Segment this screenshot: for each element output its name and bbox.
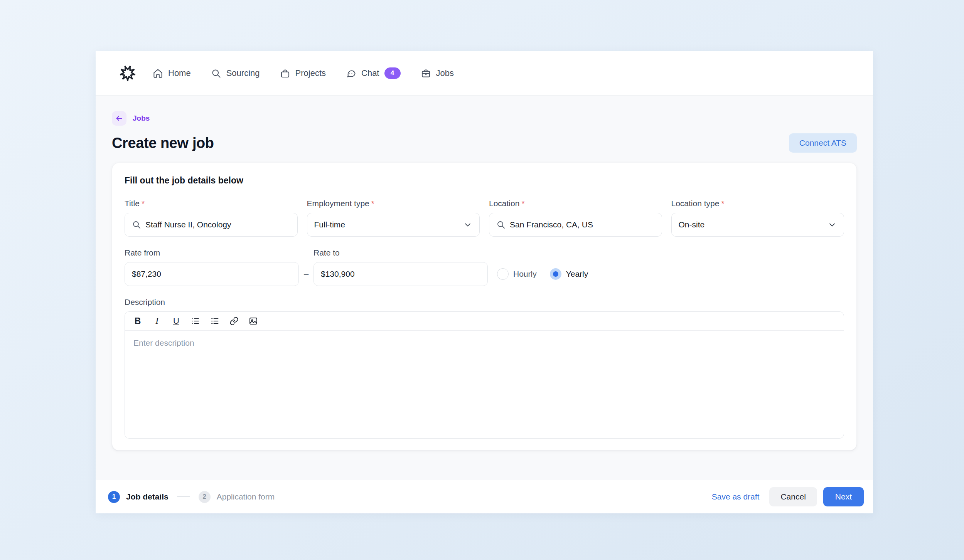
nav-item-jobs[interactable]: Jobs	[421, 68, 454, 79]
rate-separator: –	[299, 262, 313, 286]
fields-row-1: Title *	[125, 199, 844, 237]
link-button[interactable]	[229, 316, 239, 326]
ordered-list-button[interactable]	[210, 316, 220, 326]
rate-to-label: Rate to	[313, 248, 488, 257]
bold-button[interactable]: B	[133, 316, 143, 326]
rate-from-field-group: Rate from	[125, 248, 299, 286]
title-field-group: Title *	[125, 199, 298, 237]
rate-unit-radio-group: Hourly Yearly	[497, 262, 588, 286]
rate-to-input-wrap	[313, 262, 488, 286]
save-as-draft-button[interactable]: Save as draft	[712, 492, 760, 501]
breadcrumb-jobs-link[interactable]: Jobs	[133, 114, 150, 123]
employment-type-value: Full-time	[314, 220, 345, 229]
nav-item-label: Projects	[295, 68, 326, 78]
step-indicator: 1 Job details 2 Application form	[108, 491, 275, 503]
bullet-list-button[interactable]	[190, 316, 201, 326]
step-number: 2	[199, 491, 211, 503]
image-button[interactable]	[248, 316, 258, 326]
description-editor: B I U	[125, 311, 844, 439]
required-asterisk: *	[142, 199, 145, 208]
rate-from-input[interactable]	[132, 269, 292, 279]
description-field-group: Description B I U	[125, 298, 844, 439]
back-button[interactable]	[112, 111, 126, 126]
main-content: Jobs Create new job Connect ATS Fill out…	[96, 96, 873, 480]
employment-type-select[interactable]: Full-time	[307, 213, 480, 237]
job-details-card: Fill out the job details below Title *	[112, 163, 857, 451]
desktop-background: Home Sourcing	[0, 0, 964, 560]
cancel-button[interactable]: Cancel	[769, 487, 817, 506]
title-label: Title *	[125, 199, 298, 208]
nav-items: Home Sourcing	[153, 67, 454, 79]
required-asterisk: *	[521, 199, 524, 208]
nav-item-chat[interactable]: Chat 4	[346, 67, 400, 79]
underline-button[interactable]: U	[171, 316, 181, 326]
chat-badge: 4	[384, 67, 401, 79]
breadcrumb: Jobs	[112, 111, 857, 126]
rate-from-input-wrap	[125, 262, 299, 286]
search-icon	[132, 220, 141, 229]
italic-button[interactable]: I	[152, 316, 162, 326]
location-label: Location *	[489, 199, 662, 208]
page-header: Create new job Connect ATS	[112, 133, 857, 153]
bullet-list-icon	[191, 316, 200, 326]
toolbox-icon	[280, 68, 290, 79]
arrow-left-icon	[115, 114, 123, 123]
rate-from-label: Rate from	[125, 248, 299, 257]
location-type-field-group: Location type * On-site	[671, 199, 844, 237]
radio-option-yearly[interactable]: Yearly	[550, 268, 588, 280]
home-icon	[153, 68, 163, 79]
radio-option-hourly[interactable]: Hourly	[497, 268, 537, 280]
step-label: Job details	[126, 492, 169, 501]
image-icon	[249, 316, 258, 326]
nav-item-label: Sourcing	[226, 68, 260, 78]
app-window: Home Sourcing	[96, 51, 873, 513]
step-label: Application form	[217, 492, 275, 501]
link-icon	[229, 316, 239, 326]
connect-ats-button[interactable]: Connect ATS	[789, 133, 857, 153]
step-job-details[interactable]: 1 Job details	[108, 491, 169, 503]
chevron-down-icon	[463, 220, 472, 229]
nav-item-home[interactable]: Home	[153, 68, 191, 79]
rate-row: Rate from – Rate to	[125, 248, 844, 286]
location-type-value: On-site	[679, 220, 705, 229]
chevron-down-icon	[827, 220, 837, 229]
required-asterisk: *	[371, 199, 374, 208]
nav-item-label: Chat	[361, 68, 379, 78]
nav-item-label: Jobs	[436, 68, 454, 78]
nav-item-projects[interactable]: Projects	[280, 68, 326, 79]
location-input-wrap	[489, 213, 662, 237]
rate-to-field-group: Rate to	[313, 248, 488, 286]
top-nav: Home Sourcing	[96, 51, 873, 96]
location-type-select[interactable]: On-site	[671, 213, 844, 237]
employment-type-label: Employment type *	[307, 199, 480, 208]
employment-type-field-group: Employment type * Full-time	[307, 199, 480, 237]
nav-item-label: Home	[168, 68, 191, 78]
location-field-group: Location *	[489, 199, 662, 237]
chat-icon	[346, 68, 356, 79]
radio-checked-icon	[550, 268, 561, 280]
app-logo-icon[interactable]	[116, 61, 140, 85]
next-button[interactable]: Next	[823, 487, 864, 506]
title-input-wrap	[125, 213, 298, 237]
required-asterisk: *	[721, 199, 724, 208]
title-input[interactable]	[145, 220, 290, 229]
editor-toolbar: B I U	[125, 312, 844, 331]
description-label: Description	[125, 298, 844, 307]
briefcase-icon	[421, 68, 431, 79]
step-number: 1	[108, 491, 120, 503]
footer-actions: Save as draft Cancel Next	[712, 487, 864, 506]
description-textarea[interactable]: Enter description	[125, 331, 844, 438]
location-type-label: Location type *	[671, 199, 844, 208]
card-heading: Fill out the job details below	[125, 175, 844, 186]
nav-item-sourcing[interactable]: Sourcing	[211, 68, 260, 79]
ordered-list-icon	[210, 316, 219, 326]
radio-unchecked-icon	[497, 268, 509, 280]
search-icon	[496, 220, 506, 229]
search-icon	[211, 68, 221, 79]
page-title: Create new job	[112, 135, 214, 151]
location-input[interactable]	[510, 220, 655, 229]
footer-bar: 1 Job details 2 Application form Save as…	[96, 480, 873, 513]
rate-to-input[interactable]	[321, 269, 480, 279]
step-separator	[177, 496, 190, 497]
step-application-form[interactable]: 2 Application form	[199, 491, 275, 503]
